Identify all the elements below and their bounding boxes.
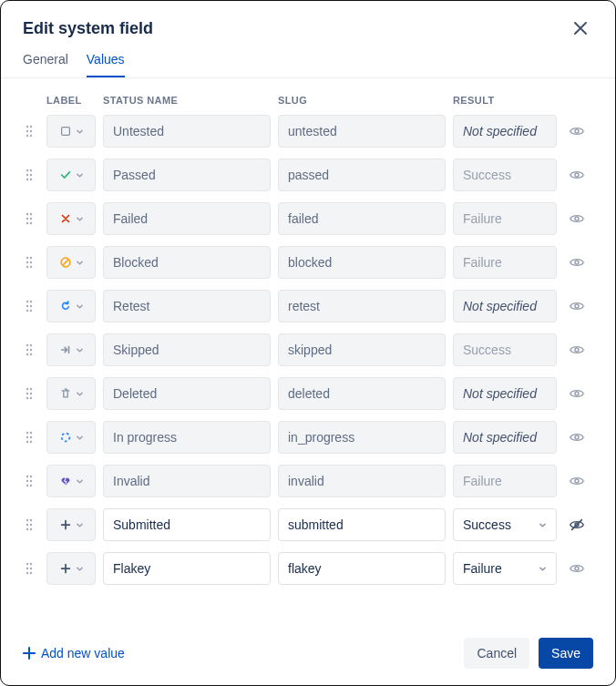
status-name-input[interactable]: Untested (103, 115, 271, 148)
visibility-toggle-visible[interactable] (564, 385, 590, 402)
result-select[interactable]: Success (453, 508, 557, 541)
status-name-input[interactable]: Passed (103, 159, 271, 191)
svg-point-27 (30, 266, 32, 268)
icon-picker[interactable] (46, 508, 96, 541)
slug-input[interactable]: untested (278, 115, 446, 148)
icon-picker[interactable] (46, 377, 96, 410)
drag-handle[interactable] (19, 255, 39, 270)
visibility-toggle-visible[interactable] (564, 560, 590, 577)
col-result: RESULT (453, 95, 557, 106)
slug-input[interactable]: failed (278, 202, 446, 235)
status-name-input[interactable]: In progress (103, 421, 271, 454)
svg-point-53 (26, 436, 28, 438)
drag-handle[interactable] (19, 561, 39, 576)
visibility-toggle-visible[interactable] (564, 473, 590, 489)
icon-picker[interactable] (46, 465, 96, 497)
svg-point-59 (26, 476, 28, 477)
icon-picker[interactable] (46, 552, 96, 585)
close-button[interactable] (568, 15, 593, 41)
drag-handle[interactable] (19, 168, 39, 182)
drag-handle[interactable] (19, 517, 39, 532)
svg-point-54 (30, 436, 32, 438)
visibility-toggle-visible[interactable] (564, 167, 590, 183)
icon-picker[interactable] (46, 333, 96, 366)
status-name-input[interactable]: Invalid (103, 465, 271, 497)
icon-picker[interactable] (46, 246, 96, 279)
chevron-down-icon (539, 521, 547, 529)
slug-input[interactable]: deleted (278, 377, 446, 410)
svg-rect-6 (62, 128, 70, 136)
icon-picker[interactable] (46, 202, 96, 235)
slug-input[interactable]: submitted (278, 508, 446, 541)
chevron-down-icon (539, 565, 547, 573)
icon-picker[interactable] (46, 159, 96, 191)
result-locked: Not specified (453, 290, 557, 323)
visibility-toggle-visible[interactable] (564, 210, 590, 227)
icon-picker[interactable] (46, 421, 96, 454)
drag-handle[interactable] (19, 343, 39, 357)
svg-point-47 (30, 393, 32, 394)
svg-point-3 (30, 130, 32, 132)
trash-icon (58, 386, 73, 401)
slug-input[interactable]: skipped (278, 333, 446, 366)
drag-handle[interactable] (19, 211, 39, 226)
add-new-value-button[interactable]: Add new value (23, 646, 125, 660)
chevron-down-icon (76, 128, 84, 136)
status-name-input[interactable]: Retest (103, 290, 271, 323)
drag-handle[interactable] (19, 124, 39, 138)
visibility-toggle-visible[interactable] (564, 254, 590, 271)
visibility-toggle-hidden[interactable] (564, 517, 590, 533)
svg-point-31 (30, 301, 32, 302)
icon-picker[interactable] (46, 115, 96, 148)
slug-input[interactable]: blocked (278, 246, 446, 279)
slug-input[interactable]: passed (278, 159, 446, 191)
svg-point-73 (26, 563, 28, 565)
result-locked: Failure (453, 246, 557, 279)
value-row: FlakeyflakeyFailure (19, 552, 597, 585)
svg-point-65 (575, 479, 579, 483)
drag-handle[interactable] (19, 299, 39, 313)
svg-point-19 (26, 222, 28, 224)
tabs: General Values (1, 41, 615, 78)
slug-input[interactable]: flakey (278, 552, 446, 585)
status-name-input[interactable]: Blocked (103, 246, 271, 279)
svg-point-35 (30, 310, 32, 312)
svg-point-66 (26, 519, 28, 521)
result-select[interactable]: Failure (453, 552, 557, 585)
tab-general[interactable]: General (23, 52, 68, 77)
visibility-toggle-visible[interactable] (564, 298, 590, 314)
tab-values[interactable]: Values (87, 52, 125, 77)
drag-handle[interactable] (19, 430, 39, 445)
svg-point-52 (30, 432, 32, 434)
value-row: FailedfailedFailure (19, 202, 597, 235)
slug-input[interactable]: in_progress (278, 421, 446, 454)
svg-point-43 (575, 348, 579, 352)
result-locked: Success (453, 333, 557, 366)
svg-point-20 (30, 222, 32, 224)
status-name-input[interactable]: Submitted (103, 508, 271, 541)
drag-handle[interactable] (19, 386, 39, 401)
svg-point-61 (26, 480, 28, 482)
svg-point-30 (26, 301, 28, 302)
icon-picker[interactable] (46, 290, 96, 323)
visibility-toggle-visible[interactable] (564, 429, 590, 445)
result-locked: Not specified (453, 377, 557, 410)
chevron-down-icon (76, 346, 84, 354)
status-name-input[interactable]: Skipped (103, 333, 271, 366)
save-button[interactable]: Save (539, 638, 593, 669)
visibility-toggle-visible[interactable] (564, 342, 590, 358)
value-row: SubmittedsubmittedSuccess (19, 508, 597, 541)
status-name-input[interactable]: Failed (103, 202, 271, 235)
cancel-button[interactable]: Cancel (464, 638, 529, 669)
heartbreak-icon (58, 474, 73, 488)
result-locked: Not specified (453, 115, 557, 148)
slug-input[interactable]: retest (278, 290, 446, 323)
slug-input[interactable]: invalid (278, 465, 446, 497)
status-name-input[interactable]: Flakey (103, 552, 271, 585)
svg-point-69 (30, 524, 32, 526)
svg-point-14 (575, 173, 579, 177)
visibility-toggle-visible[interactable] (564, 123, 590, 139)
status-name-input[interactable]: Deleted (103, 377, 271, 410)
svg-point-40 (30, 349, 32, 351)
drag-handle[interactable] (19, 474, 39, 488)
